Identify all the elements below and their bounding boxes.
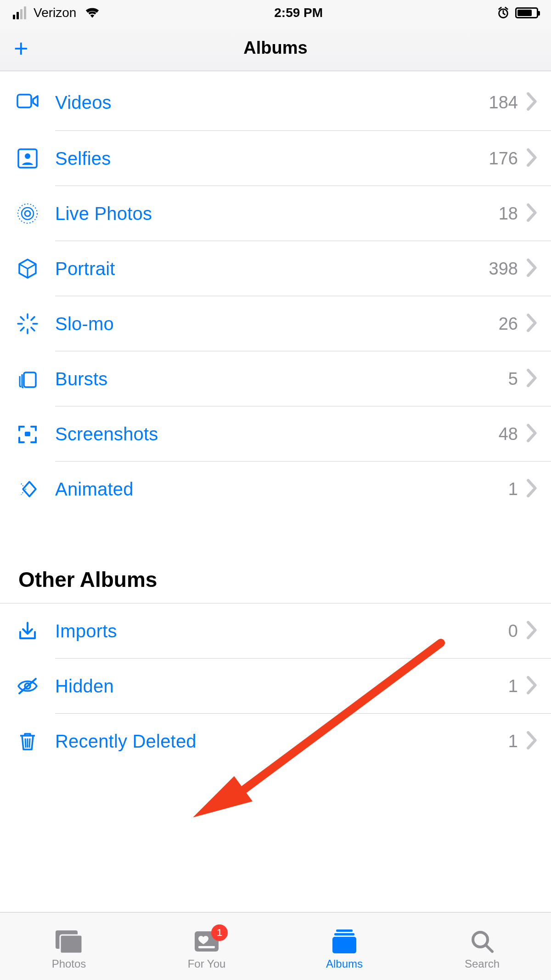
tab-label: For You — [188, 957, 226, 970]
recently-deleted-row[interactable]: Recently Deleted 1 — [0, 714, 551, 769]
row-label: Animated — [55, 479, 508, 500]
tab-photos[interactable]: Photos — [0, 912, 138, 980]
hidden-row[interactable]: Hidden 1 — [0, 659, 551, 714]
cellular-signal-icon — [13, 6, 26, 19]
add-album-button[interactable]: + — [14, 36, 28, 61]
status-left: Verizon — [13, 6, 100, 20]
svg-point-6 — [18, 204, 37, 223]
screenshots-row[interactable]: Screenshots 48 — [0, 406, 551, 462]
battery-icon — [515, 7, 538, 18]
selfies-row[interactable]: Selfies 176 — [0, 131, 551, 186]
nav-bar: + Albums — [0, 25, 551, 71]
bursts-row[interactable]: Bursts 5 — [0, 351, 551, 406]
tab-search[interactable]: Search — [413, 912, 551, 980]
wifi-icon — [84, 6, 100, 20]
status-right — [497, 6, 538, 19]
svg-rect-26 — [336, 929, 353, 932]
chevron-right-icon — [526, 92, 537, 113]
for-you-tab-icon: 1 — [193, 928, 220, 955]
svg-rect-27 — [334, 933, 354, 935]
row-label: Live Photos — [55, 203, 499, 224]
other-albums-list: Imports 0 Hidden 1 Recently Deleted 1 — [0, 603, 551, 769]
hidden-icon — [14, 672, 41, 700]
row-label: Videos — [55, 92, 489, 113]
svg-rect-25 — [198, 946, 215, 948]
svg-rect-15 — [24, 372, 36, 387]
chevron-right-icon — [526, 203, 537, 224]
chevron-right-icon — [526, 731, 537, 751]
row-count: 0 — [508, 621, 518, 641]
row-label: Screenshots — [55, 424, 499, 445]
row-count: 26 — [499, 314, 518, 334]
chevron-right-icon — [526, 259, 537, 279]
status-time: 2:59 PM — [274, 6, 323, 20]
row-count: 176 — [489, 149, 518, 169]
svg-rect-23 — [60, 935, 82, 953]
chevron-right-icon — [526, 148, 537, 169]
carrier-label: Verizon — [34, 6, 76, 20]
chevron-right-icon — [526, 479, 537, 499]
row-label: Selfies — [55, 148, 489, 169]
row-count: 1 — [508, 479, 518, 499]
selfies-icon — [14, 145, 41, 172]
videos-icon — [14, 87, 41, 115]
imports-icon — [14, 617, 41, 645]
svg-line-14 — [21, 327, 24, 331]
svg-point-5 — [22, 208, 34, 220]
row-count: 398 — [489, 259, 518, 279]
row-count: 5 — [508, 369, 518, 389]
tab-bar: Photos 1 For You Albums Search — [0, 912, 551, 980]
status-bar: Verizon 2:59 PM — [0, 0, 551, 25]
photos-tab-icon — [54, 928, 84, 955]
recently-deleted-icon — [14, 727, 41, 755]
tab-for-you[interactable]: 1 For You — [138, 912, 276, 980]
tab-albums[interactable]: Albums — [276, 912, 413, 980]
row-count: 18 — [499, 204, 518, 224]
videos-row[interactable]: Videos 184 — [0, 71, 551, 131]
other-albums-header: Other Albums — [0, 517, 551, 603]
live-photos-icon — [14, 200, 41, 227]
slomo-icon — [14, 310, 41, 338]
animated-icon — [14, 475, 41, 503]
tab-label: Search — [465, 957, 500, 970]
svg-point-4 — [25, 211, 30, 216]
slomo-row[interactable]: Slo-mo 26 — [0, 296, 551, 351]
row-label: Bursts — [55, 369, 508, 389]
chevron-right-icon — [526, 621, 537, 641]
page-title: Albums — [243, 38, 307, 58]
row-label: Recently Deleted — [55, 731, 508, 752]
row-count: 48 — [499, 424, 518, 444]
row-label: Hidden — [55, 676, 508, 697]
svg-marker-32 — [193, 776, 253, 817]
for-you-badge: 1 — [211, 924, 228, 941]
svg-line-21 — [29, 738, 30, 748]
row-label: Imports — [55, 621, 508, 642]
row-label: Slo-mo — [55, 314, 499, 334]
albums-tab-icon — [330, 928, 359, 955]
svg-line-12 — [31, 327, 34, 331]
svg-rect-28 — [332, 937, 356, 953]
svg-line-13 — [31, 317, 34, 320]
tab-label: Albums — [326, 957, 363, 970]
chevron-right-icon — [526, 424, 537, 444]
chevron-right-icon — [526, 676, 537, 696]
bursts-icon — [14, 365, 41, 393]
animated-row[interactable]: Animated 1 — [0, 462, 551, 517]
content-scroll[interactable]: Videos 184 Selfies 176 Live Photos 18 — [0, 71, 551, 769]
svg-rect-1 — [17, 95, 31, 107]
svg-line-19 — [25, 738, 26, 748]
alarm-icon — [497, 6, 510, 19]
chevron-right-icon — [526, 369, 537, 389]
media-types-list: Videos 184 Selfies 176 Live Photos 18 — [0, 71, 551, 517]
portrait-row[interactable]: Portrait 398 — [0, 241, 551, 296]
live-photos-row[interactable]: Live Photos 18 — [0, 186, 551, 241]
svg-line-30 — [486, 945, 492, 952]
row-count: 184 — [489, 93, 518, 113]
row-label: Portrait — [55, 259, 489, 279]
svg-line-11 — [21, 317, 24, 320]
row-count: 1 — [508, 732, 518, 751]
imports-row[interactable]: Imports 0 — [0, 603, 551, 659]
portrait-icon — [14, 255, 41, 282]
svg-point-3 — [25, 153, 30, 159]
tab-label: Photos — [52, 957, 86, 970]
